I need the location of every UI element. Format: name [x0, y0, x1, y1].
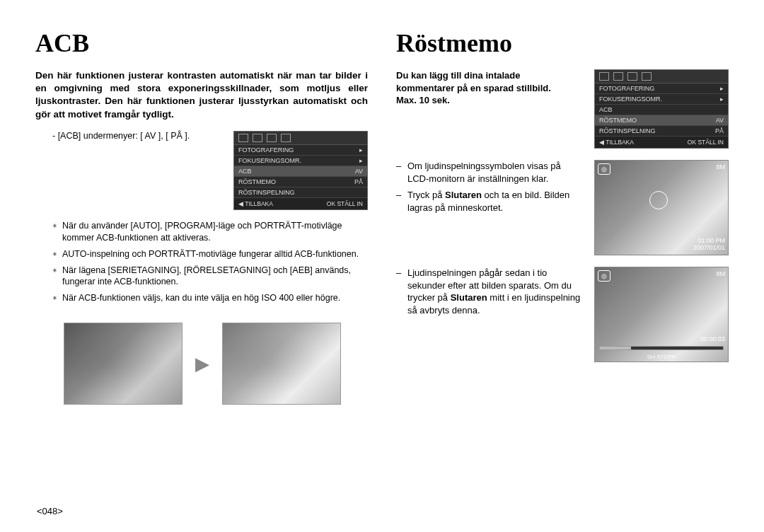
focus-target-icon: [649, 191, 668, 209]
acb-note: När ACB-funktionen väljs, kan du inte vä…: [52, 292, 368, 304]
acb-example-row: ▶: [35, 323, 368, 405]
rostmemo-title: Röstmemo: [396, 28, 729, 58]
right-column: Röstmemo Du kan lägg till dina intalade …: [396, 28, 729, 405]
acb-title: ACB: [35, 28, 368, 58]
acb-photo-after: [222, 323, 341, 405]
camera-mode-icon: ◎: [598, 270, 610, 282]
rostmemo-bullet-with-bold: Tryck på Slutaren och ta en bild. Bilden…: [396, 189, 584, 214]
acb-lcd-screenshot: FOTOGRAFERING FOKUSERINGSOMR. ACBAV RÖST…: [233, 131, 368, 210]
arrow-right-icon: ▶: [195, 353, 209, 375]
camera-mode-icon: ◎: [598, 163, 610, 175]
rostmemo-bullets-1: Om ljudinspelningssymbolen visas på LCD-…: [396, 160, 584, 218]
left-column: ACB Den här funktionen justerar kontrast…: [35, 28, 368, 405]
acb-submenu-label: - [ACB] undermenyer: [ AV ], [ PÅ ].: [52, 131, 221, 141]
rostmemo-lcd-screenshot: FOTOGRAFERING FOKUSERINGSOMR. ACB RÖSTME…: [594, 69, 729, 149]
rostmemo-bullets-2: Ljudinspelningen pågår sedan i tio sekun…: [396, 267, 584, 320]
acb-photo-before: [64, 323, 183, 405]
rostmemo-preview-1: ◎ 8M 01:00 PM 2007/01/01: [594, 160, 729, 255]
acb-note: När du använder [AUTO], [PROGRAM]-läge o…: [52, 220, 368, 244]
acb-intro: Den här funktionen justerar kontrasten a…: [35, 69, 368, 121]
recording-progress: [599, 346, 724, 350]
rostmemo-preview-2: ◎ 8M 00:00:03 SH STOPP: [594, 267, 729, 362]
acb-note: När lägena [SERIETAGNING], [RÖRELSETAGNI…: [52, 265, 368, 289]
acb-notes: När du använder [AUTO], [PROGRAM]-läge o…: [35, 220, 368, 308]
page-number: <048>: [37, 506, 63, 516]
acb-note: AUTO-inspelning och PORTRÄTT-motivläge f…: [52, 248, 368, 260]
rostmemo-intro: Du kan lägg till dina intalade kommentar…: [396, 69, 584, 107]
